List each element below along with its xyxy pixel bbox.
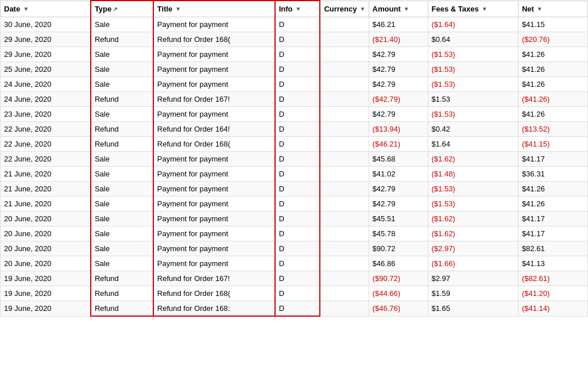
cell-title: Payment for payment	[153, 47, 275, 62]
table-row: 23 June, 2020SalePayment for paymentD$42…	[1, 107, 588, 122]
col-label-type: Type	[95, 5, 111, 13]
cell-title: Refund for Order 167!	[153, 271, 275, 286]
cell-currency	[320, 241, 369, 256]
cell-amount: $45.68	[369, 152, 428, 167]
cell-currency	[320, 167, 369, 182]
cell-title: Refund for Order 164!	[153, 122, 275, 137]
col-label-title: Title	[157, 5, 173, 13]
cell-date: 22 June, 2020	[1, 137, 91, 152]
col-header-net[interactable]: Net▼	[518, 1, 587, 17]
cell-info: D	[275, 286, 320, 301]
filter-icon-title[interactable]: ▼	[175, 6, 181, 12]
cell-title: Payment for payment	[153, 107, 275, 122]
cell-amount: $42.79	[369, 197, 428, 211]
cell-title: Payment for payment	[153, 241, 275, 256]
cell-type: Sale	[91, 211, 153, 226]
col-header-amount[interactable]: Amount▼	[369, 1, 428, 17]
cell-net: $41.13	[518, 256, 587, 271]
cell-amount: ($90.72)	[369, 271, 428, 286]
table-row: 24 June, 2020SalePayment for paymentD$42…	[1, 77, 588, 92]
cell-currency	[320, 211, 369, 226]
filter-icon-date[interactable]: ▼	[23, 6, 29, 12]
filter-icon-info[interactable]: ▼	[296, 6, 301, 12]
col-header-info[interactable]: Info▼	[275, 1, 320, 17]
col-header-title[interactable]: Title▼	[153, 1, 275, 17]
cell-amount: $42.79	[369, 47, 428, 62]
table-row: 19 June, 2020RefundRefund for Order 168(…	[1, 286, 588, 301]
cell-net: $41.17	[518, 211, 587, 226]
cell-title: Payment for payment	[153, 17, 275, 32]
cell-currency	[320, 47, 369, 62]
table-row: 29 June, 2020SalePayment for paymentD$42…	[1, 47, 588, 62]
cell-amount: ($46.21)	[369, 137, 428, 152]
cell-fees: ($1.53)	[428, 197, 518, 211]
cell-type: Sale	[91, 77, 153, 92]
cell-info: D	[275, 77, 320, 92]
cell-currency	[320, 286, 369, 301]
cell-amount: ($42.79)	[369, 92, 428, 107]
table-row: 22 June, 2020RefundRefund for Order 168(…	[1, 137, 588, 152]
cell-currency	[320, 107, 369, 122]
cell-date: 21 June, 2020	[1, 182, 91, 197]
cell-amount: $46.21	[369, 17, 428, 32]
filter-icon-net[interactable]: ▼	[537, 6, 543, 12]
cell-type: Sale	[91, 17, 153, 32]
cell-type: Refund	[91, 92, 153, 107]
cell-net: $41.26	[518, 47, 587, 62]
cell-info: D	[275, 197, 320, 211]
cell-info: D	[275, 17, 320, 32]
col-header-fees[interactable]: Fees & Taxes▼	[428, 1, 518, 17]
col-label-amount: Amount	[373, 5, 401, 13]
cell-net: ($41.20)	[518, 286, 587, 301]
cell-net: ($41.15)	[518, 137, 587, 152]
cell-currency	[320, 122, 369, 137]
cell-date: 20 June, 2020	[1, 226, 91, 241]
cell-title: Refund for Order 168(	[153, 137, 275, 152]
table-row: 20 June, 2020SalePayment for paymentD$90…	[1, 241, 588, 256]
table-row: 19 June, 2020RefundRefund for Order 167!…	[1, 271, 588, 286]
col-label-net: Net	[522, 5, 534, 13]
cell-amount: ($46.76)	[369, 301, 428, 317]
table-row: 21 June, 2020SalePayment for paymentD$42…	[1, 182, 588, 197]
cell-currency	[320, 32, 369, 47]
sort-icon-type[interactable]: ↗	[113, 6, 118, 12]
cell-fees: ($1.66)	[428, 256, 518, 271]
cell-currency	[320, 226, 369, 241]
cell-net: $41.26	[518, 77, 587, 92]
table-row: 20 June, 2020SalePayment for paymentD$46…	[1, 256, 588, 271]
cell-type: Sale	[91, 256, 153, 271]
cell-fees: ($1.53)	[428, 62, 518, 77]
cell-currency	[320, 256, 369, 271]
cell-fees: $1.59	[428, 286, 518, 301]
cell-fees: $1.64	[428, 137, 518, 152]
col-header-date[interactable]: Date▼	[1, 1, 91, 17]
cell-info: D	[275, 92, 320, 107]
table-row: 25 June, 2020SalePayment for paymentD$42…	[1, 62, 588, 77]
col-label-date: Date	[4, 5, 20, 13]
filter-icon-fees[interactable]: ▼	[482, 6, 488, 12]
cell-date: 21 June, 2020	[1, 197, 91, 211]
cell-net: $41.26	[518, 62, 587, 77]
col-header-type[interactable]: Type↗	[91, 1, 153, 17]
cell-date: 22 June, 2020	[1, 152, 91, 167]
cell-date: 20 June, 2020	[1, 241, 91, 256]
cell-title: Payment for payment	[153, 211, 275, 226]
cell-fees: $2.97	[428, 271, 518, 286]
cell-currency	[320, 301, 369, 317]
col-label-currency: Currency	[324, 5, 357, 13]
col-header-currency[interactable]: Currency▼	[320, 1, 369, 17]
cell-currency	[320, 137, 369, 152]
cell-date: 21 June, 2020	[1, 167, 91, 182]
filter-icon-amount[interactable]: ▼	[404, 6, 409, 12]
table-row: 19 June, 2020RefundRefund for Order 168:…	[1, 301, 588, 317]
cell-info: D	[275, 271, 320, 286]
table-row: 21 June, 2020SalePayment for paymentD$42…	[1, 197, 588, 211]
cell-currency	[320, 182, 369, 197]
filter-icon-currency[interactable]: ▼	[359, 6, 365, 12]
cell-title: Refund for Order 168:	[153, 301, 275, 317]
cell-net: $41.26	[518, 107, 587, 122]
cell-amount: $42.79	[369, 107, 428, 122]
cell-amount: ($13.94)	[369, 122, 428, 137]
cell-fees: ($1.62)	[428, 226, 518, 241]
cell-date: 19 June, 2020	[1, 271, 91, 286]
